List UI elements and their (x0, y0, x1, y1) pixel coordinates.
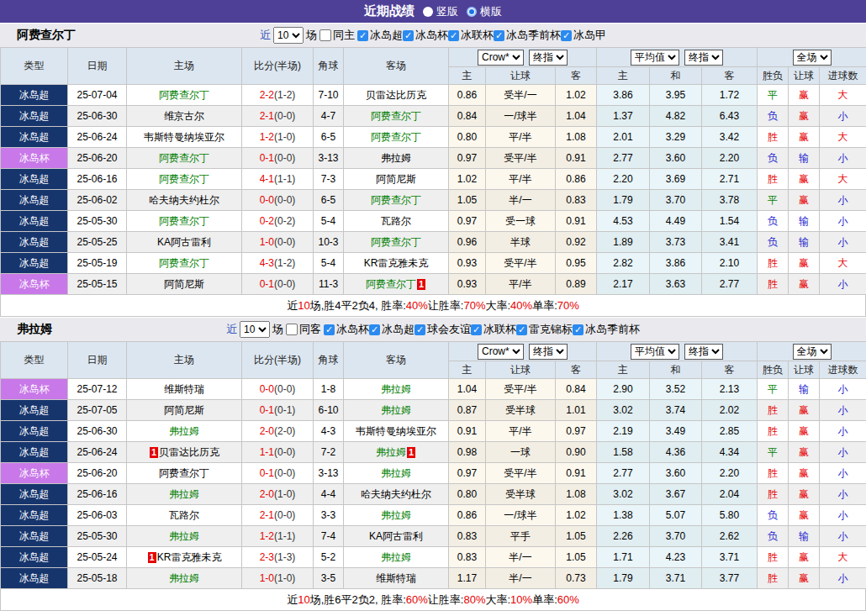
home-team-link[interactable]: 阿费查尔丁 (159, 467, 209, 479)
home-team-link[interactable]: KA阿古雷利 (157, 236, 211, 248)
avg-stage-select[interactable]: 终指 (684, 50, 723, 66)
league-checkbox[interactable]: ✓冰岛季前杯 (573, 322, 640, 337)
result-handicap-cell: 赢 (789, 484, 820, 505)
odds-stage-select[interactable]: 终指 (529, 344, 568, 360)
checkbox-checked-icon[interactable]: ✓ (561, 30, 572, 41)
layout-radio-horizontal[interactable]: 横版 (467, 4, 502, 19)
home-team-cell: 弗拉姆 (127, 484, 242, 505)
scope-select[interactable]: 全场 (793, 50, 832, 66)
league-checkbox[interactable]: ✓冰岛季前杯 (494, 28, 561, 43)
league-checkbox[interactable]: ✓冰联杯 (448, 28, 494, 43)
corner-cell: 5-2 (314, 547, 344, 568)
home-team-link[interactable]: 阿简尼斯 (164, 404, 204, 416)
checkbox-checked-icon[interactable]: ✓ (516, 324, 527, 335)
score-cell: 1-2(1-1) (242, 526, 314, 547)
league-checkbox[interactable]: ✓冰岛超 (357, 28, 403, 43)
score-cell: 0-1(0-1) (242, 400, 314, 421)
result-goals-cell: 小 (820, 106, 866, 127)
away-team-link[interactable]: 弗拉姆 (381, 383, 411, 395)
home-team-link[interactable]: 维京古尔 (164, 110, 204, 122)
home-team-link[interactable]: 哈夫纳夫约杜尔 (149, 194, 219, 206)
odds-provider-select[interactable]: Crow* (478, 344, 524, 360)
home-team-link[interactable]: KR雷克雅未克 (157, 551, 222, 563)
layout-radio-vertical[interactable]: 竖版 (423, 4, 458, 19)
fulltime-score: 4-1 (260, 173, 274, 185)
league-checkbox[interactable]: ✓冰岛杯 (324, 322, 369, 337)
away-team-link[interactable]: 弗拉姆 (381, 404, 411, 416)
away-team-link[interactable]: 维斯特瑞 (376, 572, 416, 584)
home-team-link[interactable]: 韦斯特曼纳埃亚尔 (144, 131, 224, 143)
away-team-link[interactable]: KR雷克雅未克 (364, 257, 429, 269)
away-team-link[interactable]: 阿简尼斯 (376, 173, 416, 185)
league-checkbox-label: 冰岛杯 (336, 322, 369, 337)
rounds-select[interactable]: 10 (240, 321, 270, 338)
home-team-link[interactable]: 阿费查尔丁 (159, 173, 209, 185)
odds-provider-select[interactable]: Crow* (478, 50, 524, 66)
home-team-link[interactable]: 阿费查尔丁 (159, 215, 209, 227)
away-team-link[interactable]: 弗拉姆 (381, 509, 411, 521)
checkbox-checked-icon[interactable]: ✓ (324, 324, 335, 335)
away-team-link[interactable]: 阿费查尔丁 (371, 194, 421, 206)
home-team-link[interactable]: 阿简尼斯 (164, 278, 204, 290)
league-checkbox[interactable]: ✓球会友谊 (415, 322, 471, 337)
home-team-link[interactable]: 弗拉姆 (169, 530, 199, 542)
date-cell: 25-05-30 (68, 526, 127, 547)
radio-selected-icon[interactable] (467, 7, 477, 17)
away-team-link[interactable]: 弗拉姆 (381, 467, 411, 479)
checkbox-checked-icon[interactable]: ✓ (415, 324, 425, 335)
league-checkbox[interactable]: ✓冰联杯 (471, 322, 516, 337)
home-team-link[interactable]: 瓦路尔 (169, 509, 199, 521)
rounds-select[interactable]: 10 (273, 27, 304, 44)
league-checkbox[interactable]: ✓冰岛超 (369, 322, 415, 337)
home-team-link[interactable]: 阿费查尔丁 (159, 89, 209, 101)
home-team-link[interactable]: 阿费查尔丁 (159, 152, 209, 164)
checkbox-checked-icon[interactable]: ✓ (403, 30, 414, 41)
avg-select[interactable]: 平均值 (631, 344, 679, 360)
summary-value: 10% (510, 593, 532, 606)
away-team-link[interactable]: 阿费查尔丁 (371, 110, 421, 122)
avg-stage-select[interactable]: 终指 (684, 344, 723, 360)
checkbox-checked-icon[interactable]: ✓ (573, 324, 583, 335)
same-venue-checkbox[interactable]: 同客 (286, 322, 321, 337)
scope-select[interactable]: 全场 (793, 344, 832, 360)
home-team-link[interactable]: 维斯特瑞 (164, 383, 204, 395)
away-team-link[interactable]: 弗拉姆 (381, 152, 411, 164)
away-team-link[interactable]: 贝雷达比历克 (366, 89, 426, 101)
home-team-link[interactable]: 贝雷达比历克 (159, 446, 219, 458)
away-team-link[interactable]: 哈夫纳夫约杜尔 (361, 488, 431, 500)
checkbox-checked-icon[interactable]: ✓ (357, 30, 368, 41)
same-venue-checkbox[interactable]: 同主 (319, 28, 355, 43)
match-row: 冰岛超25-06-30维京古尔2-1(0-0)4-7阿费查尔丁0.84一/球半1… (1, 106, 866, 127)
avg-draw-cell: 4.82 (650, 106, 702, 127)
away-team-link[interactable]: KA阿古雷利 (369, 530, 423, 542)
home-team-link[interactable]: 弗拉姆 (169, 488, 199, 500)
checkbox-unchecked-icon[interactable] (286, 324, 298, 335)
home-team-link[interactable]: 弗拉姆 (169, 572, 199, 584)
away-team-link[interactable]: 弗拉姆 (381, 551, 411, 563)
away-team-cell: 瓦路尔 (344, 211, 449, 232)
checkbox-checked-icon[interactable]: ✓ (494, 30, 504, 41)
checkbox-checked-icon[interactable]: ✓ (471, 324, 482, 335)
checkbox-checked-icon[interactable]: ✓ (369, 324, 380, 335)
odds-stage-select[interactable]: 终指 (529, 50, 568, 66)
away-team-link[interactable]: 阿费查尔丁 (371, 131, 421, 143)
league-checkbox[interactable]: ✓冰岛甲 (561, 28, 606, 43)
home-team-link[interactable]: 弗拉姆 (169, 425, 199, 437)
checkbox-unchecked-icon[interactable] (319, 29, 331, 41)
away-team-link[interactable]: 弗拉姆 (376, 446, 406, 458)
avg-select[interactable]: 平均值 (631, 50, 679, 66)
away-team-link[interactable]: 阿费查尔丁 (366, 278, 416, 290)
result-goals-cell: 小 (820, 442, 866, 463)
radio-unselected-icon[interactable] (423, 7, 433, 17)
home-team-link[interactable]: 阿费查尔丁 (159, 257, 209, 269)
league-checkbox[interactable]: ✓冰岛杯 (403, 28, 448, 43)
away-team-link[interactable]: 阿费查尔丁 (371, 236, 421, 248)
checkbox-checked-icon[interactable]: ✓ (448, 30, 459, 41)
summary-value: 40% (406, 299, 428, 312)
away-team-link[interactable]: 瓦路尔 (381, 215, 411, 227)
odds-away-cell: 1.02 (556, 505, 597, 526)
away-team-link[interactable]: 韦斯特曼纳埃亚尔 (356, 425, 436, 437)
result-winlose-cell: 胜 (758, 274, 789, 295)
away-team-cell: 韦斯特曼纳埃亚尔 (344, 421, 449, 442)
league-checkbox[interactable]: ✓雷克锦标 (516, 322, 573, 337)
